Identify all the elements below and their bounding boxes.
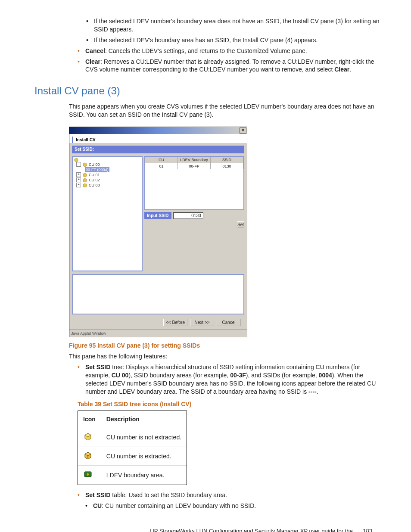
svg-marker-1 (83, 163, 87, 167)
titlebar: ✕ (69, 127, 247, 134)
dashes: ---- (308, 388, 317, 395)
page-number: 183 (363, 527, 372, 532)
install-cv-dialog: ✕ Install CV Set SSID: −CU 00 00-FF (000… (69, 127, 247, 338)
cube-icon (82, 173, 87, 177)
lower-list (72, 274, 244, 314)
tree-item-label: CU 01 (89, 172, 100, 177)
tree-item-label: CU 00 (89, 162, 100, 167)
desc-cell: CU number is extracted. (101, 447, 187, 466)
tab-install-cv[interactable]: Install CV (72, 137, 98, 143)
col-description: Description (101, 411, 187, 428)
features-list: Set SSID tree: Displays a hierarchical s… (78, 363, 385, 396)
table-row: LDEV boundary area. (78, 466, 187, 485)
section-heading: Install CV pane (3) (34, 84, 385, 98)
set-ssid-bar: Set SSID: (72, 146, 244, 153)
cube-icon (82, 162, 87, 167)
section-intro: This pane appears when you create CVS vo… (69, 103, 385, 119)
svg-marker-0 (75, 158, 78, 162)
tree-item-label: CU 02 (89, 177, 100, 183)
col-ldev-boundary: LDEV Boundary (178, 157, 211, 163)
text: ), and SSIDs (for example, (246, 372, 319, 379)
icon-cell (78, 466, 101, 485)
text: : Cancels the LDEV's settings, and retur… (105, 47, 307, 54)
example: CU 00 (112, 372, 129, 379)
table-row: CU number is not extracted. (78, 428, 187, 447)
set-ssid-tree-item: Set SSID tree: Displays a hierarchical s… (78, 363, 385, 396)
cube-not-extracted-icon (83, 432, 93, 440)
expander-icon[interactable]: + (76, 177, 81, 182)
text: ), SSID boundary areas (for example, (128, 372, 230, 379)
cube-icon (82, 178, 87, 182)
cube-icon (82, 183, 87, 187)
ssid-tree[interactable]: −CU 00 00-FF (0004) +CU 01 +CU 02 +CU 03 (72, 156, 143, 271)
figure-caption: Figure 95 Install CV pane (3) for settin… (69, 342, 385, 350)
example: 00-3F (230, 372, 246, 379)
col-cu: CU (145, 157, 178, 163)
text: table: Used to set the SSID boundary are… (110, 492, 227, 498)
text: If the selected LDEV's boundary area has… (94, 37, 318, 44)
table-caption: Table 39 Set SSID tree icons (Install CV… (78, 400, 385, 408)
expander-icon[interactable]: + (76, 183, 81, 187)
nav-buttons: << Before Next >> Cancel (72, 317, 244, 330)
icon-cell (78, 447, 101, 466)
features-list-2: Set SSID table: Used to set the SSID bou… (78, 491, 385, 510)
continuation-sublist: If the selected LDEV number's boundary a… (86, 17, 385, 44)
cell: 00-FF (178, 163, 211, 169)
cell: 0130 (211, 163, 243, 169)
icons-table: Icon Description CU number is not extrac… (78, 411, 187, 485)
expander-icon[interactable]: + (76, 172, 81, 177)
col-ssid: SSID (211, 157, 243, 163)
svg-marker-2 (83, 173, 87, 177)
cancel-button[interactable]: Cancel (217, 319, 241, 327)
clear-item: Clear: Removes a CU:LDEV number that is … (78, 58, 385, 74)
text: : CU number containing an LDEV boundary … (102, 502, 256, 509)
svg-point-12 (87, 475, 88, 476)
before-button[interactable]: << Before (163, 319, 187, 327)
desc-cell: LDEV boundary area. (101, 466, 187, 485)
cell: 01 (145, 163, 178, 169)
root-icon (74, 158, 79, 162)
cancel-item: Cancel: Cancels the LDEV's settings, and… (78, 47, 385, 55)
sublist: CU: CU number containing an LDEV boundar… (85, 502, 385, 510)
label: Cancel (85, 47, 105, 54)
label: Clear (85, 58, 100, 65)
sub-item: If the selected LDEV number's boundary a… (86, 17, 385, 34)
clear-word: Clear (334, 66, 349, 73)
tree-selected[interactable]: 00-FF (0004) (85, 167, 109, 172)
cu-item: CU: CU number containing an LDEV boundar… (85, 502, 385, 510)
example: 0004 (319, 372, 332, 379)
footer-text1: HP StorageWorks LUN Configuration and Se… (150, 528, 352, 532)
text: . (349, 66, 351, 73)
input-ssid-label: Input SSID (144, 212, 171, 220)
table-header: CU LDEV Boundary SSID (145, 157, 243, 163)
ldev-boundary-icon (83, 470, 93, 478)
table-row: CU number is extracted. (78, 447, 187, 466)
close-icon[interactable]: ✕ (240, 128, 246, 134)
features-intro: This pane has the following features: (69, 352, 385, 361)
main-list: Cancel: Cancels the LDEV's settings, and… (78, 47, 385, 74)
tab-row: Install CV (69, 134, 247, 143)
table-row[interactable]: 01 00-FF 0130 (145, 163, 243, 169)
page-footer: HP StorageWorks LUN Configuration and Se… (26, 527, 385, 532)
status-bar: Java Applet Window (69, 330, 247, 337)
expander-icon[interactable]: − (76, 162, 81, 167)
next-button[interactable]: Next >> (190, 319, 214, 327)
col-icon: Icon (78, 411, 101, 428)
cube-extracted-icon (83, 451, 93, 459)
text: . (317, 388, 318, 395)
icon-cell (78, 428, 101, 447)
label: CU (93, 502, 102, 509)
text: If the selected LDEV number's boundary a… (94, 18, 380, 33)
sub-item: If the selected LDEV's boundary area has… (86, 36, 385, 44)
tree-item-label: CU 03 (89, 183, 100, 188)
desc-cell: CU number is not extracted. (101, 428, 187, 447)
table-header-row: Icon Description (78, 411, 187, 428)
svg-marker-4 (83, 184, 87, 187)
ssid-table[interactable]: CU LDEV Boundary SSID 01 00-FF 0130 (144, 156, 244, 210)
label: Set SSID (85, 364, 110, 370)
svg-marker-3 (83, 178, 87, 182)
label: Set SSID (85, 492, 110, 498)
ssid-input[interactable]: 0130 (173, 212, 203, 219)
set-button[interactable]: Set (237, 221, 244, 228)
text: : Removes a CU:LDEV number that is alrea… (85, 58, 374, 73)
